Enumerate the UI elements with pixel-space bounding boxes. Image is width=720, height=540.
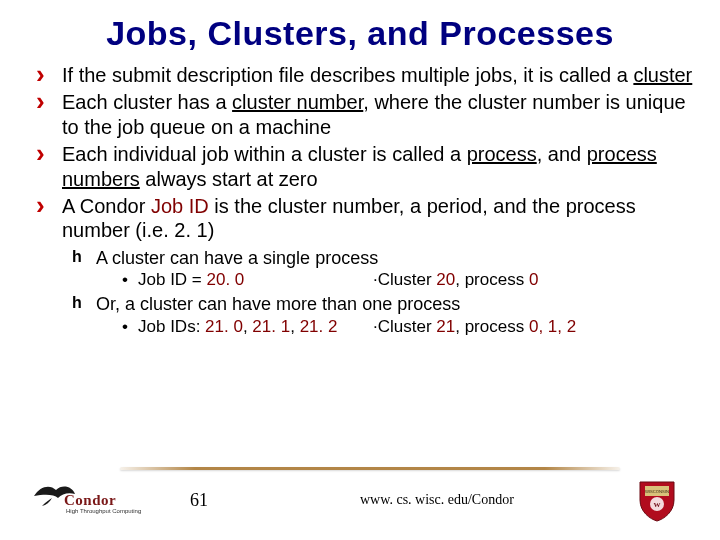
term-job-id: Job ID <box>151 195 209 217</box>
sub-list: A cluster can have a single process Job … <box>22 247 698 338</box>
bullet-list: If the submit description file describes… <box>22 63 698 243</box>
term-cluster: cluster <box>633 64 692 86</box>
bullet-3: Each individual job within a cluster is … <box>36 142 698 191</box>
text: , <box>243 317 252 336</box>
svg-text:W: W <box>654 501 661 509</box>
slide-footer: Condor High Throughput Computing 61 www.… <box>0 467 720 522</box>
subsub-list-2: Job IDs: 21. 0, 21. 1, 21. 2 ·Cluster 21… <box>96 316 698 338</box>
term-cluster-number: cluster number <box>232 91 363 113</box>
text: If the submit description file describes… <box>62 64 633 86</box>
bullet-1: If the submit description file describes… <box>36 63 698 87</box>
wisconsin-crest-icon: W WISCONSIN <box>634 478 690 522</box>
val: 21. 2 <box>300 317 338 336</box>
text: Job ID = <box>138 270 207 289</box>
text: A cluster can have a single process <box>96 248 378 268</box>
slide-title: Jobs, Clusters, and Processes <box>22 14 698 53</box>
val: 0 <box>529 270 538 289</box>
text: , process <box>455 270 529 289</box>
term-process: process <box>467 143 537 165</box>
footer-url: www. cs. wisc. edu/Condor <box>300 492 634 508</box>
page-number: 61 <box>150 490 300 511</box>
subsub-1a: Job ID = 20. 0 ·Cluster 20, process 0 <box>122 269 698 291</box>
condor-logo: Condor High Throughput Computing <box>30 480 150 520</box>
sub-1: A cluster can have a single process Job … <box>72 247 698 292</box>
text: ·Cluster <box>373 270 436 289</box>
subsub-2a: Job IDs: 21. 0, 21. 1, 21. 2 ·Cluster 21… <box>122 316 698 338</box>
text: , <box>290 317 299 336</box>
text: , process <box>455 317 529 336</box>
logo-subtext: High Throughput Computing <box>66 508 141 514</box>
val: 21 <box>436 317 455 336</box>
text: Or, a cluster can have more than one pro… <box>96 294 460 314</box>
divider <box>120 467 620 470</box>
text: , and <box>537 143 587 165</box>
svg-text:WISCONSIN: WISCONSIN <box>645 489 669 494</box>
sub-2: Or, a cluster can have more than one pro… <box>72 293 698 338</box>
bullet-2: Each cluster has a cluster number, where… <box>36 90 698 139</box>
text: always start at zero <box>140 168 318 190</box>
text: Each individual job within a cluster is … <box>62 143 467 165</box>
val: 20 <box>436 270 455 289</box>
logo-text: Condor <box>64 492 116 509</box>
subsub-list-1: Job ID = 20. 0 ·Cluster 20, process 0 <box>96 269 698 291</box>
text: Job IDs: <box>138 317 205 336</box>
bullet-4: A Condor Job ID is the cluster number, a… <box>36 194 698 243</box>
text: A Condor <box>62 195 151 217</box>
text: ·Cluster <box>373 317 436 336</box>
text: Each cluster has a <box>62 91 232 113</box>
val: 0, 1, 2 <box>529 317 576 336</box>
val: 21. 1 <box>252 317 290 336</box>
val: 20. 0 <box>207 270 245 289</box>
val: 21. 0 <box>205 317 243 336</box>
